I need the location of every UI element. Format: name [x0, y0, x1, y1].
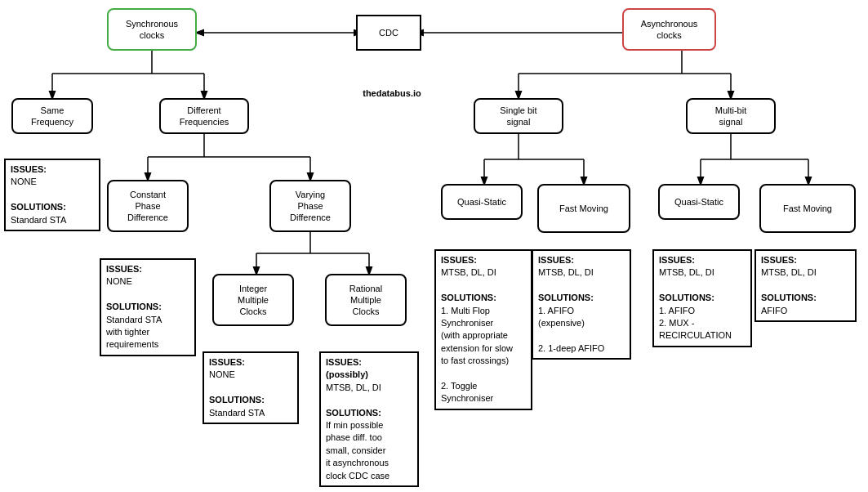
int-mult-node: IntegerMultipleClocks	[212, 274, 294, 326]
quasi-static-r-node: Quasi-Static	[658, 184, 740, 220]
same-freq-node: SameFrequency	[11, 98, 93, 134]
single-bit-node: Single bitsignal	[474, 98, 563, 134]
rat-mult-node: RationalMultipleClocks	[325, 274, 407, 326]
const-phase-info: ISSUES: NONE SOLUTIONS: Standard STAwith…	[100, 258, 196, 356]
quasi-static-l-info: ISSUES: MTSB, DL, DI SOLUTIONS: 1. Multi…	[434, 249, 532, 410]
fast-moving-r-node: Fast Moving	[759, 184, 856, 233]
async-node: Asynchronousclocks	[622, 8, 716, 51]
int-mult-info: ISSUES: NONE SOLUTIONS: Standard STA	[203, 351, 299, 424]
multi-bit-node: Multi-bitsignal	[686, 98, 776, 134]
watermark: thedatabus.io	[351, 88, 433, 98]
quasi-static-l-node: Quasi-Static	[441, 184, 523, 220]
rat-mult-info: ISSUES: (possibly) MTSB, DL, DI SOLUTION…	[319, 351, 419, 487]
fast-moving-l-node: Fast Moving	[537, 184, 630, 233]
cdc-node: CDC	[356, 15, 421, 51]
fast-moving-l-info: ISSUES: MTSB, DL, DI SOLUTIONS: 1. AFIFO…	[532, 249, 631, 360]
vary-phase-node: VaryingPhaseDifference	[269, 180, 351, 232]
quasi-static-r-info: ISSUES: MTSB, DL, DI SOLUTIONS: 1. AFIFO…	[652, 249, 752, 347]
fast-moving-r-info: ISSUES: MTSB, DL, DI SOLUTIONS: AFIFO	[754, 249, 857, 322]
const-phase-node: ConstantPhaseDifference	[107, 180, 189, 232]
diagram: CDC Synchronousclocks Asynchronousclocks…	[0, 0, 868, 492]
sync-node: Synchronousclocks	[107, 8, 197, 51]
connector-lines	[0, 0, 868, 492]
same-freq-info: ISSUES: NONE SOLUTIONS: Standard STA	[4, 159, 100, 231]
diff-freq-node: DifferentFrequencies	[159, 98, 249, 134]
